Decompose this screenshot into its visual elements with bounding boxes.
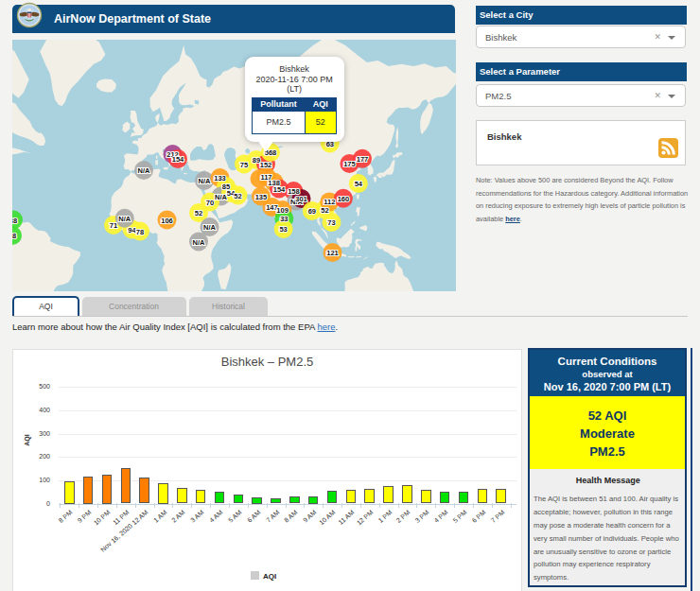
svg-text:N/A: N/A xyxy=(118,215,131,223)
svg-text:N/A: N/A xyxy=(138,166,151,175)
svg-text:33: 33 xyxy=(280,215,288,223)
svg-text:71: 71 xyxy=(110,221,117,230)
svg-text:38: 38 xyxy=(12,232,16,240)
svg-text:75: 75 xyxy=(240,161,248,169)
svg-text:52: 52 xyxy=(195,209,202,217)
svg-text:N/A: N/A xyxy=(193,238,206,247)
svg-text:N/A: N/A xyxy=(215,193,228,201)
svg-text:152: 152 xyxy=(260,161,272,169)
svg-text:160: 160 xyxy=(338,195,350,203)
svg-text:54: 54 xyxy=(355,180,363,188)
svg-text:78: 78 xyxy=(136,228,144,236)
svg-text:154: 154 xyxy=(172,155,184,164)
svg-text:121: 121 xyxy=(326,249,339,257)
svg-text:N/A: N/A xyxy=(203,223,217,232)
svg-text:133: 133 xyxy=(214,174,226,183)
svg-text:N/A: N/A xyxy=(199,177,212,185)
svg-text:112: 112 xyxy=(324,198,335,206)
svg-text:52: 52 xyxy=(321,206,328,215)
svg-text:175: 175 xyxy=(343,160,356,168)
svg-text:69: 69 xyxy=(308,207,316,216)
svg-text:109: 109 xyxy=(276,206,289,215)
svg-text:135: 135 xyxy=(255,193,268,201)
svg-text:177: 177 xyxy=(357,155,369,164)
svg-text:52: 52 xyxy=(234,192,241,200)
svg-text:106: 106 xyxy=(161,217,173,225)
svg-text:53: 53 xyxy=(279,225,287,234)
svg-text:38: 38 xyxy=(12,217,17,225)
svg-text:70: 70 xyxy=(206,199,214,207)
svg-text:154: 154 xyxy=(273,185,286,194)
svg-text:73: 73 xyxy=(327,218,335,227)
svg-text:301: 301 xyxy=(295,195,307,203)
